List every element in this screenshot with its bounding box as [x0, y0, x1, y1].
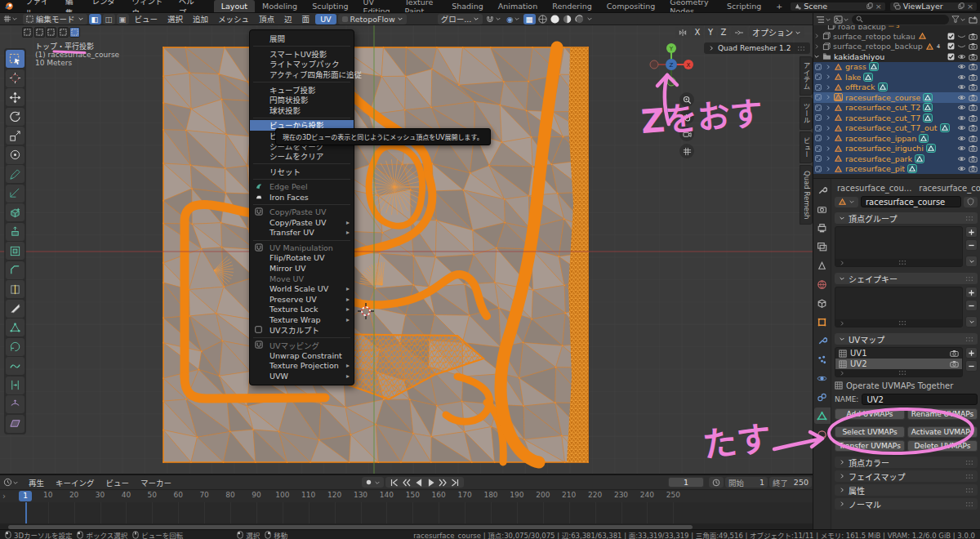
viewport-menu-頂点[interactable]: 頂点 — [255, 13, 278, 24]
current-frame-marker[interactable]: 1 — [19, 491, 32, 501]
uv-menu-item-mirror-uv[interactable]: Mirror UV — [250, 263, 354, 274]
shading-wireframe-button[interactable] — [537, 14, 548, 24]
mode-toggle-edge[interactable]: ◫ — [103, 14, 115, 24]
uv-menu-item--uv-[interactable]: スマートUV投影 — [250, 49, 354, 60]
uv-menu-item--[interactable]: ライトマップパック — [250, 59, 354, 69]
tool-spin[interactable] — [6, 338, 24, 356]
mode-selector[interactable]: 編集モード — [23, 14, 87, 24]
viewlayer-selector[interactable]: ViewLayer × — [889, 2, 978, 11]
viewport-menu-追加[interactable]: 追加 — [189, 13, 212, 24]
outliner-display-mode[interactable] — [816, 16, 831, 24]
tool-move[interactable] — [6, 88, 24, 106]
add-workspace-button[interactable]: + — [768, 0, 790, 12]
retopoflow-menu[interactable]: RetopoFlow — [338, 14, 407, 24]
shape-keys-list[interactable] — [835, 287, 963, 327]
topbar-menu-ファイル[interactable]: ファイル — [19, 0, 59, 12]
properties-tab-modifier[interactable] — [814, 332, 831, 349]
tool-rotate[interactable] — [6, 108, 24, 126]
workspace-tab-texture-paint[interactable]: Texture Paint — [398, 0, 445, 12]
shading-rendered-button[interactable] — [574, 14, 585, 24]
tool-knife[interactable] — [6, 300, 24, 318]
shading-solid-button[interactable] — [550, 14, 560, 24]
uv-menu-item--[interactable]: 展開 — [250, 33, 354, 44]
uv-menu-item-texture-wrap[interactable]: Texture Wrap▸ — [250, 314, 354, 325]
tool-extrude[interactable] — [6, 223, 24, 241]
transform-orientation-dropdown[interactable]: グロー... — [408, 14, 483, 24]
tool-shear[interactable] — [6, 415, 24, 433]
workspace-tab-sculpting[interactable]: Sculpting — [305, 0, 355, 12]
jump-to-start-button[interactable] — [390, 479, 399, 487]
uv-menu-item--[interactable]: アクティブ四角形面に追従 — [250, 69, 354, 80]
n-panel-tab-アイテム[interactable]: アイテム — [800, 56, 813, 96]
section-collapsed-頂点カラー[interactable]: 頂点カラー — [835, 457, 978, 468]
section-shape-keys[interactable]: シェイプキー — [835, 273, 978, 284]
unlink-icon[interactable]: × — [875, 2, 882, 11]
uv-menu-item-uv-[interactable]: UVスカルプト — [250, 325, 354, 336]
rename-uvmaps-button[interactable]: Rename UVMAPs — [907, 408, 978, 420]
mirror-axis-x[interactable]: X — [692, 27, 703, 38]
viewport-canvas[interactable]: YXZ — [0, 25, 813, 474]
tool-inset[interactable] — [6, 242, 24, 260]
quad-remesher-panel[interactable]: Quad Remesher 1.2 — [704, 42, 810, 54]
properties-tab-world[interactable] — [814, 276, 831, 292]
uv-menu-item-iron-faces[interactable]: Iron Faces — [250, 192, 354, 203]
navigation-gizmo[interactable]: YXZ — [650, 43, 693, 86]
uv-menu-item-world-scale-uv[interactable]: World Scale UV▸ — [250, 283, 354, 294]
properties-tab-view-layer[interactable] — [814, 238, 831, 255]
timeline-menu-キーイング[interactable]: キーイング — [51, 477, 100, 488]
vertex-groups-list[interactable] — [835, 226, 963, 267]
outliner-search[interactable] — [852, 15, 949, 24]
uv-menu-item-flip-rotate-uv[interactable]: Flip/Rotate UV — [250, 253, 354, 264]
outliner-row-kakidashiyou[interactable]: kakidashiyou — [813, 51, 980, 62]
timeline-tracks[interactable] — [0, 502, 813, 523]
n-panel-tab-Quad Remesh[interactable]: Quad Remesh — [800, 165, 813, 225]
xray-toggle[interactable]: ▦ — [523, 14, 536, 24]
viewport-menu-ビュー[interactable]: ビュー — [131, 13, 163, 24]
camera-view-icon[interactable] — [679, 127, 694, 141]
tool-select-box[interactable] — [6, 50, 24, 68]
properties-tab-constraints[interactable] — [814, 389, 831, 405]
viewport-menu-uv-open[interactable]: UV — [315, 14, 336, 24]
section-collapsed-フェイスマップ[interactable]: フェイスマップ — [835, 470, 978, 482]
uvmap-remove-button[interactable] — [965, 360, 978, 372]
uv-menu-item--[interactable]: リセット — [250, 167, 354, 177]
uv-menu-item--[interactable]: 円筒状投影 — [250, 95, 354, 105]
properties-tab-output[interactable] — [814, 220, 831, 236]
activate-uvmaps-button[interactable]: Activate UVMAPs — [907, 426, 978, 438]
tool-annotate[interactable] — [6, 165, 24, 183]
topbar-menu-レンダー[interactable]: レンダー — [86, 0, 126, 12]
workspace-tab-rendering[interactable]: Rendering — [545, 0, 599, 12]
blender-logo-icon[interactable] — [0, 2, 19, 11]
3d-viewport[interactable]: YXZトップ・平行投影 (1) racesurface_course 10 Me… — [0, 25, 813, 474]
frame-start-field[interactable]: 開始1 — [725, 477, 768, 488]
viewport-menu-選択[interactable]: 選択 — [163, 13, 187, 24]
viewport-menu-面[interactable]: 面 — [298, 13, 314, 24]
select-mode-add[interactable] — [46, 27, 56, 38]
uv-name-input[interactable]: UV2 — [862, 394, 978, 405]
outliner-row-racesurface_cut_T2[interactable]: racesurface_cut_T2 — [813, 103, 980, 114]
n-panel-tab-ツール[interactable]: ツール — [800, 97, 813, 130]
outliner-row-lake[interactable]: lake — [813, 72, 980, 82]
section-vertex-groups[interactable]: 頂点グループ — [835, 212, 978, 224]
timeline-editor-type[interactable] — [0, 478, 22, 487]
n-panel-tab-ビュー[interactable]: ビュー — [800, 131, 813, 164]
properties-tab-material[interactable] — [814, 426, 831, 443]
shapekey-add-button[interactable] — [965, 287, 978, 298]
tool-poly-build[interactable] — [6, 318, 24, 336]
outliner-row-racesurface_cut_T7_out[interactable]: racesurface_cut_T7_out — [813, 123, 980, 134]
workspace-tab-compositing[interactable]: Compositing — [599, 0, 663, 12]
workspace-tab-uv-editing[interactable]: UV Editing — [356, 0, 398, 12]
snap-toggle[interactable] — [484, 15, 503, 23]
timeline-menu-ビュー[interactable]: ビュー — [101, 477, 135, 488]
properties-tab-data[interactable] — [814, 408, 831, 424]
select-uvmaps-button[interactable]: Select UVMAPs — [835, 426, 905, 438]
outliner-row-racesurface_cut_T7[interactable]: racesurface_cut_T7 — [813, 113, 980, 123]
workspace-tab-animation[interactable]: Animation — [491, 0, 545, 12]
options-dropdown[interactable]: オプション — [749, 27, 804, 38]
viewport-menu-メッシュ[interactable]: メッシュ — [214, 13, 253, 24]
breadcrumb-object[interactable]: racesurface_cou... — [837, 184, 911, 193]
delete-uvmaps-button[interactable]: Delete UVMAPs — [907, 440, 978, 452]
vgroup-remove-button[interactable] — [965, 239, 978, 251]
outliner-row-grass[interactable]: grass — [813, 62, 980, 73]
toggle-grid-icon[interactable] — [679, 144, 694, 158]
